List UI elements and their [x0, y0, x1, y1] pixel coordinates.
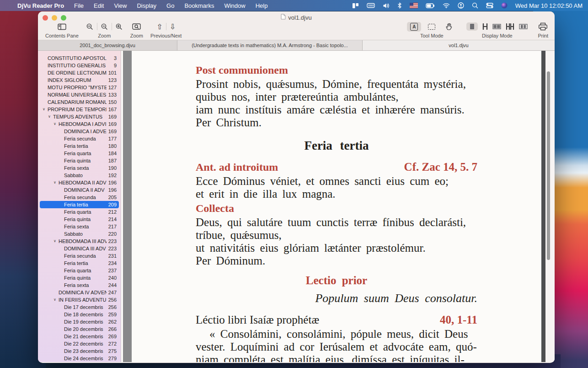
toc-item[interactable]: Die 18 decembris259: [40, 311, 119, 318]
toc-item[interactable]: INDEX SIGLORUM123: [40, 76, 119, 84]
wifi-icon[interactable]: [443, 3, 450, 8]
toc-item[interactable]: ∨HEBDOMADA II ADV196: [40, 179, 119, 186]
facing-pages-mode-button[interactable]: [492, 23, 501, 30]
toc-item[interactable]: Feria sexta244: [40, 281, 119, 289]
toc-item[interactable]: ∨HEBDOMADA III ADV223: [40, 238, 119, 245]
toc-item-page: 169: [108, 114, 119, 119]
toc-item[interactable]: Feria sexta217: [40, 223, 119, 230]
zoom-in-button[interactable]: [115, 23, 123, 31]
prev-next-group: ⇧ ⇩ Previous/Next: [150, 22, 182, 38]
toc-item[interactable]: Die 17 decembris256: [40, 303, 119, 311]
marquee-zoom-button[interactable]: [132, 23, 141, 30]
toc-item[interactable]: Die 24 decembris279: [40, 355, 119, 362]
keyboard-icon[interactable]: [367, 3, 375, 8]
toc-item[interactable]: DOMINICA I ADVE169: [40, 128, 119, 135]
toc-item[interactable]: DOMINICA III ADV223: [40, 245, 119, 252]
toc-item[interactable]: NORMAE UNIVERSALES133: [40, 91, 119, 98]
toc-item[interactable]: Feria quarta184: [40, 150, 119, 157]
next-page-button[interactable]: ⇩: [170, 22, 176, 31]
toc-item[interactable]: MOTU PROPRIO "MYSTE127: [40, 84, 119, 91]
toc-item[interactable]: Die 23 decembris275: [40, 347, 119, 355]
toc-item[interactable]: ∨IN FERIIS ADVENTU256: [40, 296, 119, 303]
tab-vol1[interactable]: vol1.djvu: [363, 40, 555, 50]
toc-item[interactable]: DOMINICA IV ADVEN247: [40, 289, 119, 296]
zoom-reset-button[interactable]: [101, 23, 108, 31]
chevron-down-icon[interactable]: ∨: [43, 106, 48, 113]
print-button[interactable]: [538, 22, 548, 31]
toc-item-label: HEBDOMADA III ADV: [59, 238, 107, 244]
toc-item[interactable]: ∨TEMPUS ADVENTUS169: [40, 113, 119, 120]
menu-edit[interactable]: Edit: [94, 2, 104, 9]
toc-item[interactable]: Feria quarta212: [40, 208, 119, 216]
toc-item[interactable]: Die 22 decembris272: [40, 340, 119, 347]
toc-item[interactable]: Sabbato220: [40, 230, 119, 238]
toc-item[interactable]: Feria secunda177: [40, 135, 119, 142]
toc-item[interactable]: ∨PROPRIUM DE TEMPORE167: [40, 106, 119, 113]
chevron-down-icon[interactable]: ∨: [53, 179, 59, 186]
toc-item-label: Die 21 decembris: [64, 334, 107, 339]
contents-pane-button[interactable]: [58, 23, 66, 30]
facing-continuous-mode-button[interactable]: [506, 23, 514, 30]
doc-line: Léctio libri Isaíæ prophétæ40, 1-11: [196, 312, 477, 328]
toc-item[interactable]: Feria quarta237: [40, 267, 119, 274]
menu-view[interactable]: View: [114, 2, 127, 9]
menu-app-name[interactable]: DjVu Reader Pro: [17, 2, 64, 9]
toc-item[interactable]: INSTITUTIO GENERALIS9: [40, 62, 119, 69]
account-icon[interactable]: [458, 2, 464, 9]
hand-tool-button[interactable]: [442, 22, 456, 32]
toc-item[interactable]: Feria tertia180: [40, 142, 119, 150]
toc-item[interactable]: Feria tertia209: [40, 201, 119, 208]
toc-item-page: 275: [108, 348, 119, 354]
menubar-clock[interactable]: Wed Mar 10 12:02:50 AM: [515, 2, 583, 9]
battery-icon[interactable]: [426, 3, 435, 8]
toc-item-label: Die 22 decembris: [64, 341, 107, 346]
menu-bookmarks[interactable]: Bookmarks: [184, 2, 214, 9]
toc-item[interactable]: Die 20 decembris266: [40, 325, 119, 333]
toc-item[interactable]: Feria quinta214: [40, 216, 119, 223]
menu-go[interactable]: Go: [166, 2, 174, 9]
toc-item[interactable]: Die 19 decembris262: [40, 318, 119, 325]
siri-icon[interactable]: [501, 2, 508, 9]
toc-item[interactable]: Feria tertia234: [40, 260, 119, 267]
chevron-down-icon[interactable]: ∨: [53, 238, 59, 245]
toc-item-label: Feria sexta: [64, 224, 107, 229]
document-text: Post communionemProsint nobis, quǽsumus,…: [196, 62, 477, 362]
toc-item[interactable]: Feria quinta187: [40, 157, 119, 164]
input-source-flag-icon[interactable]: [410, 3, 418, 8]
menu-help[interactable]: Help: [256, 2, 268, 9]
toc-item[interactable]: Feria secunda231: [40, 252, 119, 260]
chevron-down-icon[interactable]: ∨: [53, 120, 59, 128]
menu-display[interactable]: Display: [137, 2, 156, 9]
tab-basic-topology[interactable]: (Undergraduate texts in mathematics) M.A…: [177, 40, 363, 50]
toc-item[interactable]: Feria quinta240: [40, 274, 119, 281]
spotlight-icon[interactable]: [472, 2, 478, 9]
toc-item[interactable]: Feria secunda205: [40, 194, 119, 201]
scrollbar-track[interactable]: [545, 51, 555, 362]
toc-item[interactable]: Feria sexta190: [40, 164, 119, 172]
bluetooth-icon[interactable]: [397, 2, 402, 9]
toc-item[interactable]: Die 21 decembris269: [40, 333, 119, 340]
menu-file[interactable]: File: [74, 2, 84, 9]
continuous-mode-button[interactable]: [482, 23, 488, 30]
toc-item[interactable]: CALENDARIUM ROMANU150: [40, 98, 119, 106]
book-mode-button[interactable]: [519, 23, 528, 30]
text-select-tool-button[interactable]: A: [407, 22, 421, 32]
toc-item[interactable]: DE ORDINE LECTIONUM101: [40, 69, 119, 76]
tab-doc-browsing[interactable]: 2001_doc_browsing.djvu: [38, 40, 177, 50]
single-page-mode-button[interactable]: [466, 22, 478, 31]
control-center-icon[interactable]: [486, 3, 493, 8]
toc-item[interactable]: DOMINICA II ADV196: [40, 186, 119, 194]
volume-icon[interactable]: [383, 3, 390, 9]
zoom-out-button[interactable]: [86, 23, 94, 31]
scrollbar-thumb[interactable]: [547, 71, 550, 260]
doc-line: Post communionem: [196, 62, 477, 78]
previous-page-button[interactable]: ⇧: [156, 22, 162, 31]
toc-item[interactable]: Sabbato192: [40, 172, 119, 179]
toc-item[interactable]: ∨HEBDOMADA I ADVI169: [40, 120, 119, 128]
chevron-down-icon[interactable]: ∨: [53, 296, 59, 303]
menu-window[interactable]: Window: [224, 2, 245, 9]
chevron-down-icon[interactable]: ∨: [48, 113, 53, 120]
rect-select-tool-button[interactable]: [425, 23, 438, 31]
window-tiling-icon[interactable]: [352, 3, 359, 9]
toc-item[interactable]: CONSTITUTIO APOSTOL3: [40, 54, 119, 62]
